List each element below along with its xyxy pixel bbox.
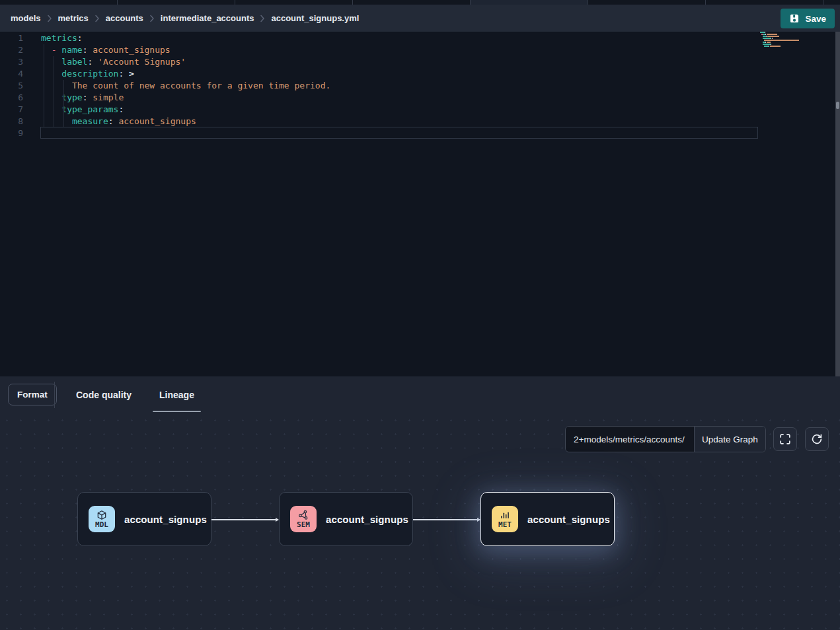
fullscreen-button[interactable] bbox=[773, 427, 797, 451]
line-number: 8 bbox=[0, 116, 33, 127]
lineage-node-mdl[interactable]: MDLaccount_signups bbox=[77, 492, 211, 546]
code-text: metrics: bbox=[33, 32, 83, 44]
format-button[interactable]: Format bbox=[8, 384, 57, 405]
window-tab-2[interactable] bbox=[118, 0, 235, 5]
fullscreen-icon bbox=[779, 433, 791, 445]
line-number: 5 bbox=[0, 80, 33, 92]
minimap-line bbox=[760, 48, 802, 49]
code-text: type_params: bbox=[33, 104, 124, 116]
panel-tabs: Code qualityLineage bbox=[69, 376, 201, 413]
lineage-canvas[interactable]: Update Graph MDLaccount_signupsSEMaccoun… bbox=[0, 413, 840, 630]
line-number: 9 bbox=[0, 127, 33, 139]
code-line-4: 4 description: > bbox=[0, 68, 840, 80]
window-tab-3[interactable] bbox=[235, 0, 353, 5]
lineage-selector-group: Update Graph bbox=[565, 426, 766, 452]
code-line-1: 1metrics: bbox=[0, 32, 840, 44]
save-icon bbox=[789, 13, 800, 24]
code-text: measure: account_signups bbox=[33, 116, 196, 127]
save-button[interactable]: Save bbox=[781, 9, 835, 28]
minimap-line bbox=[760, 42, 802, 43]
code-text: The count of new accounts for a given ti… bbox=[33, 80, 330, 92]
lineage-node-met[interactable]: METaccount_signups bbox=[480, 492, 615, 546]
code-editor[interactable]: 1metrics:2 - name: account_signups3 labe… bbox=[0, 32, 840, 376]
line-number: 2 bbox=[0, 44, 33, 56]
code-line-5: 5 The count of new accounts for a given … bbox=[0, 80, 840, 92]
ide-window: modelsmetricsaccountsintermediate_accoun… bbox=[0, 0, 840, 630]
badge-label: MDL bbox=[95, 521, 108, 528]
minimap-line bbox=[760, 32, 802, 33]
code-text: label: 'Account Signups' bbox=[33, 56, 186, 68]
breadcrumb-item-models[interactable]: models bbox=[11, 13, 41, 23]
lineage-edge bbox=[211, 519, 278, 520]
code-text: description: > bbox=[33, 68, 134, 80]
node-badge-mdl: MDL bbox=[89, 506, 115, 532]
panel-tab-bar: Format Code qualityLineage bbox=[0, 376, 840, 413]
node-label: account_signups bbox=[527, 514, 610, 525]
network-icon bbox=[298, 510, 309, 520]
breadcrumb-item-intermediate-accounts[interactable]: intermediate_accounts bbox=[161, 13, 254, 23]
scrollbar-thumb[interactable] bbox=[836, 102, 839, 109]
lineage-selector-input[interactable] bbox=[566, 427, 694, 452]
minimap-line bbox=[760, 36, 802, 37]
node-badge-sem: SEM bbox=[290, 506, 317, 532]
code-line-3: 3 label: 'Account Signups' bbox=[0, 56, 840, 68]
tab-code-quality[interactable]: Code quality bbox=[69, 376, 138, 413]
save-label: Save bbox=[805, 14, 826, 24]
code-line-2: 2 - name: account_signups bbox=[0, 44, 840, 56]
chevron-right-icon bbox=[47, 15, 52, 22]
window-tab-7[interactable] bbox=[706, 0, 823, 5]
update-graph-button[interactable]: Update Graph bbox=[694, 427, 765, 452]
lineage-node-sem[interactable]: SEMaccount_signups bbox=[279, 492, 413, 546]
line-number: 3 bbox=[0, 56, 33, 68]
indent-guide bbox=[63, 80, 64, 127]
badge-label: MET bbox=[498, 521, 512, 528]
code-line-6: 6 type: simple bbox=[0, 92, 840, 104]
code-line-8: 8 measure: account_signups bbox=[0, 116, 840, 127]
indent-guide bbox=[54, 56, 54, 127]
current-line-highlight bbox=[40, 127, 758, 139]
minimap-line bbox=[760, 34, 802, 35]
line-number: 7 bbox=[0, 104, 33, 116]
line-number: 6 bbox=[0, 92, 33, 104]
minimap-line bbox=[760, 46, 802, 47]
bottom-panel: Format Code qualityLineage Update Graph bbox=[0, 376, 840, 630]
window-tab-strip bbox=[0, 0, 840, 5]
breadcrumb-item-account-signups-yml[interactable]: account_signups.yml bbox=[271, 13, 359, 23]
code-text: type: simple bbox=[33, 92, 124, 104]
lineage-edge bbox=[413, 519, 480, 520]
minimap[interactable] bbox=[760, 32, 802, 50]
code-lines: 1metrics:2 - name: account_signups3 labe… bbox=[0, 32, 840, 139]
window-tab-4[interactable] bbox=[353, 0, 471, 5]
cube-icon bbox=[96, 510, 107, 520]
tab-bar-divider bbox=[54, 382, 55, 408]
tab-lineage[interactable]: Lineage bbox=[153, 376, 201, 413]
refresh-icon bbox=[811, 433, 823, 445]
window-tab-strip-spacer bbox=[823, 0, 840, 5]
code-line-7: 7 type_params: bbox=[0, 104, 840, 116]
node-label: account_signups bbox=[124, 514, 207, 525]
breadcrumb-item-metrics[interactable]: metrics bbox=[58, 13, 89, 23]
badge-label: SEM bbox=[297, 521, 310, 528]
code-text: - name: account_signups bbox=[33, 44, 171, 56]
indent-guide bbox=[44, 44, 44, 127]
minimap-line bbox=[760, 44, 802, 45]
chevron-right-icon bbox=[260, 15, 265, 22]
window-tab-5[interactable] bbox=[471, 0, 588, 5]
chevron-right-icon bbox=[95, 15, 100, 22]
window-tab-6[interactable] bbox=[588, 0, 706, 5]
node-badge-met: MET bbox=[492, 506, 518, 532]
breadcrumb-bar: modelsmetricsaccountsintermediate_accoun… bbox=[0, 5, 840, 32]
line-number: 1 bbox=[0, 32, 33, 44]
breadcrumb-item-accounts[interactable]: accounts bbox=[106, 13, 143, 23]
node-label: account_signups bbox=[326, 514, 408, 525]
window-tab-1[interactable] bbox=[0, 0, 118, 5]
line-number: 4 bbox=[0, 68, 33, 80]
refresh-button[interactable] bbox=[805, 427, 829, 451]
bar-chart-icon bbox=[500, 510, 510, 520]
editor-scrollbar[interactable] bbox=[835, 32, 840, 376]
minimap-line bbox=[760, 38, 802, 39]
breadcrumb: modelsmetricsaccountsintermediate_accoun… bbox=[11, 13, 365, 23]
minimap-line bbox=[760, 40, 802, 41]
chevron-right-icon bbox=[149, 15, 155, 22]
